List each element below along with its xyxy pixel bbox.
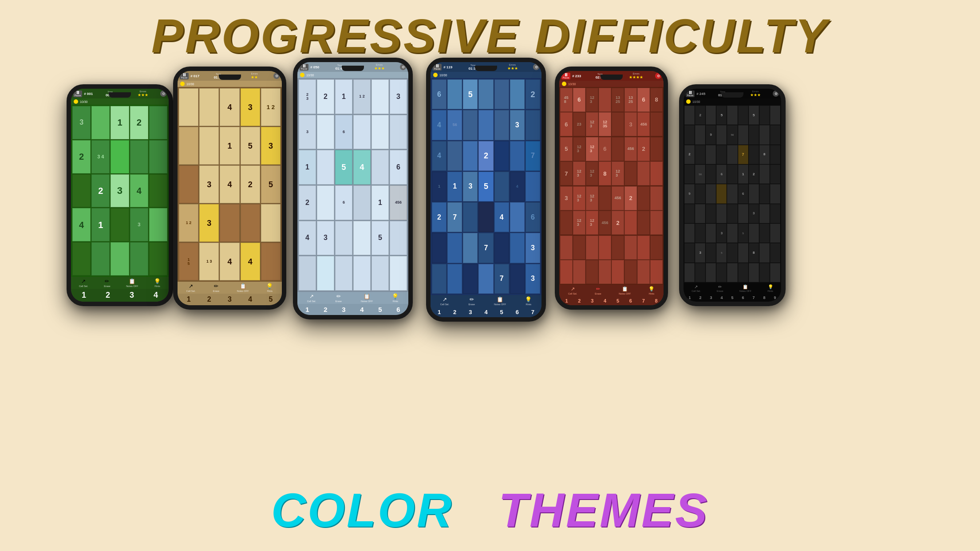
- puzzle-number: # 017: [190, 74, 199, 78]
- settings-button[interactable]: ⚙: [773, 91, 779, 97]
- hints-tool[interactable]: 💡 Hints: [266, 283, 273, 292]
- cell-select-tool[interactable]: ↗ Cell Sel.: [692, 284, 700, 292]
- erase-tool[interactable]: ✏ Erase: [213, 283, 219, 292]
- pause-button[interactable]: Pause: [300, 64, 308, 71]
- title-top: PROGRESSIVE DIFFICULTY: [0, 0, 980, 63]
- erase-tool[interactable]: ✏ Erase: [104, 278, 110, 287]
- hints-tool[interactable]: 💡 Hints: [648, 286, 655, 295]
- cell-select-tool[interactable]: ↗ Cell Sel.: [307, 293, 316, 303]
- cell-select-tool[interactable]: ↗ Cell Sel.: [186, 283, 195, 292]
- puzzle-number: # 050: [310, 65, 319, 69]
- erase-tool[interactable]: ✏ Erase: [717, 284, 723, 292]
- notes-tool[interactable]: 📋 Notes OFF: [739, 284, 751, 292]
- hints-tool[interactable]: 💡 Hints: [392, 293, 399, 303]
- erase-tool[interactable]: ✏ Erase: [335, 293, 341, 303]
- settings-button[interactable]: ⚙: [273, 73, 280, 79]
- puzzle-number: # 001: [84, 92, 93, 96]
- notes-tool[interactable]: 📋 Notes OFF: [619, 286, 631, 295]
- phone-2: Pause # 017 Time 01:33 Errors ★★ ⚙ 10/: [173, 67, 286, 310]
- settings-button[interactable]: ⚙: [533, 64, 539, 70]
- settings-button[interactable]: ⚙: [160, 91, 166, 97]
- settings-button[interactable]: ⚙: [655, 73, 661, 79]
- cell-select-tool[interactable]: ↗ Cell Sel.: [440, 296, 449, 306]
- notes-tool[interactable]: 📋 Notes OFF: [361, 293, 373, 303]
- phone-5: Pause # 233 Time 02:42 Errors ★★★★ ⚙ 1: [555, 67, 668, 310]
- game-grid[interactable]: 23 2 1 1 2 3 3 6 1 5 4: [297, 78, 408, 292]
- phone-6: Pause # 245 Time 01:26 Errors ★★★ ⚙ 10: [679, 84, 786, 306]
- game-grid[interactable]: 3 1 2 2 3 4 2 3 4: [71, 105, 169, 277]
- notes-tool[interactable]: 📋 Notes OFF: [237, 283, 249, 292]
- cell-select-tool[interactable]: ↗ Cell Sel.: [79, 278, 88, 287]
- game-grid[interactable]: 2 5 5 9 56: [684, 105, 781, 283]
- notes-tool[interactable]: 📋 Notes OFF: [494, 296, 506, 306]
- puzzle-number: # 119: [443, 65, 452, 69]
- erase-tool[interactable]: ✏ Erase: [595, 286, 601, 295]
- pause-button[interactable]: Pause: [180, 73, 189, 79]
- notes-tool[interactable]: 📋 Notes OFF: [126, 278, 138, 287]
- puzzle-number: # 245: [696, 92, 705, 96]
- game-grid[interactable]: 6 5 2 4 56 3 4: [431, 78, 541, 295]
- hints-tool[interactable]: 💡 Hints: [767, 284, 773, 292]
- settings-button[interactable]: ⚙: [400, 64, 406, 70]
- pause-button[interactable]: Pause: [561, 73, 570, 79]
- phone-4: Pause # 119 Time 01:38 Errors ★★★ ⚙ 10: [426, 58, 546, 322]
- coin-icon: [74, 99, 78, 104]
- cell-select-tool[interactable]: ↗ Cell Sel.: [568, 286, 577, 295]
- pause-button[interactable]: Pause: [433, 64, 442, 71]
- erase-tool[interactable]: ✏ Erase: [468, 296, 474, 306]
- pause-button[interactable]: Pause: [686, 91, 695, 97]
- pause-button[interactable]: Pause: [73, 91, 82, 97]
- phone-1: Pause # 001 Time 00:52 Errors ★★★ ⚙: [67, 84, 173, 306]
- game-grid[interactable]: 458 6 123 1325 1325 6 8 6 23 123 1235 3 …: [559, 87, 664, 285]
- hints-tool[interactable]: 💡 Hints: [154, 278, 161, 287]
- game-grid[interactable]: 4 3 1 2 1 5 3 3 4 2 5 1 2: [178, 87, 282, 282]
- puzzle-number: # 233: [572, 74, 581, 78]
- hints-tool[interactable]: 💡 Hints: [525, 296, 532, 306]
- title-bottom: COLOR THEMES: [0, 482, 980, 542]
- phone-3: Pause # 050 Time 01:45 Errors ★★★ ⚙ 10: [293, 58, 413, 319]
